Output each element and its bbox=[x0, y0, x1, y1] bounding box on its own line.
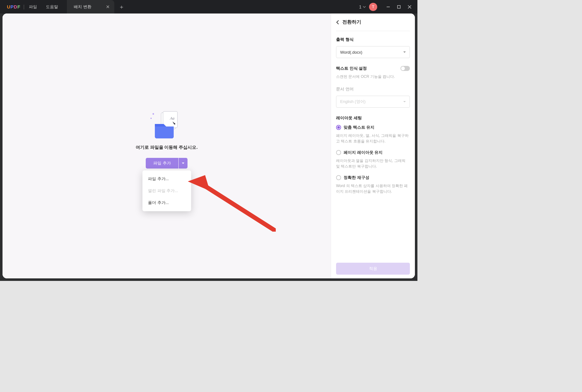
caret-down-icon bbox=[403, 51, 406, 53]
separator: | bbox=[23, 4, 24, 10]
count-value: 1 bbox=[359, 4, 362, 9]
side-title: 전환하기 bbox=[342, 19, 361, 25]
close-icon bbox=[408, 5, 411, 9]
dd-add-folder[interactable]: 폴더 추가... bbox=[142, 197, 191, 209]
radio-icon bbox=[336, 175, 341, 180]
radio-label: 정확한 재구성 bbox=[344, 175, 369, 180]
app-window: UPDF | 파일 도움말 배치 변환 ✕ ＋ 1 T bbox=[0, 0, 417, 281]
ocr-hint: 스캔된 문서에 OCR 기능을 켭니다. bbox=[336, 74, 410, 79]
doc-lang-label: 문서 언어 bbox=[336, 86, 410, 92]
logo-letter: F bbox=[17, 4, 20, 9]
radio-hint: Word 의 텍스트 상자를 사용하여 정확한 페이지 프리젠테이션을 복구합니… bbox=[336, 183, 410, 194]
dd-add-file[interactable]: 파일 추가... bbox=[142, 173, 191, 185]
logo-letter: U bbox=[7, 4, 10, 9]
titlebar: UPDF | 파일 도움말 배치 변환 ✕ ＋ 1 T bbox=[0, 0, 417, 13]
radio-keep-layout[interactable]: 페이지 레이아웃 유지 bbox=[336, 150, 410, 155]
apply-button[interactable]: 적용 bbox=[336, 263, 410, 275]
output-format-select[interactable]: Word(.docx) bbox=[336, 46, 410, 58]
svg-rect-1 bbox=[398, 5, 400, 8]
radio-hint: 페이지 레이아웃, 열, 서식, 그래픽을 복구하고 텍스트 흐름을 유지합니다… bbox=[336, 133, 410, 144]
close-button[interactable] bbox=[404, 2, 415, 12]
back-icon[interactable] bbox=[336, 20, 339, 24]
add-file-split-button[interactable]: 파일 추가 bbox=[146, 158, 188, 169]
maximize-icon bbox=[397, 5, 401, 9]
avatar[interactable]: T bbox=[369, 3, 377, 11]
doc-lang-select: English (영어) bbox=[336, 96, 410, 108]
chevron-down-icon bbox=[363, 5, 366, 8]
content-area: Aa 여기로 파일을 이동해 주십시오. 파일 추가 bbox=[0, 13, 417, 281]
svg-marker-6 bbox=[188, 175, 210, 191]
annotation-arrow-icon bbox=[188, 175, 276, 232]
new-tab-button[interactable]: ＋ bbox=[119, 3, 124, 11]
svg-text:Aa: Aa bbox=[170, 116, 175, 121]
logo-letter: P bbox=[10, 4, 14, 9]
minimize-button[interactable] bbox=[383, 2, 394, 12]
ocr-toggle[interactable] bbox=[400, 66, 410, 71]
inner-frame: Aa 여기로 파일을 이동해 주십시오. 파일 추가 bbox=[3, 13, 415, 278]
caret-down-icon bbox=[403, 100, 406, 103]
count-dropdown[interactable]: 1 bbox=[359, 4, 366, 9]
maximize-button[interactable] bbox=[394, 2, 404, 12]
side-header[interactable]: 전환하기 bbox=[336, 19, 410, 31]
dd-add-open-file: 열린 파일 추가... bbox=[142, 185, 191, 197]
add-file-caret[interactable] bbox=[179, 158, 188, 169]
output-format-value: Word(.docx) bbox=[340, 50, 362, 55]
menu-help[interactable]: 도움말 bbox=[46, 4, 58, 10]
svg-line-7 bbox=[205, 186, 274, 230]
minimize-icon bbox=[386, 5, 390, 9]
radio-label: 페이지 레이아웃 유지 bbox=[344, 150, 383, 155]
doc-lang-value: English (영어) bbox=[340, 99, 366, 105]
folder-illustration-icon: Aa bbox=[148, 111, 186, 139]
dropzone[interactable]: Aa 여기로 파일을 이동해 주십시오. 파일 추가 bbox=[136, 111, 198, 169]
logo-letter: D bbox=[14, 4, 17, 9]
add-file-button-label[interactable]: 파일 추가 bbox=[146, 158, 178, 169]
layout-label: 레이아웃 세팅 bbox=[336, 115, 410, 121]
output-format-label: 출력 형식 bbox=[336, 37, 410, 42]
tab-title: 배치 변환 bbox=[74, 4, 91, 10]
svg-point-5 bbox=[150, 118, 152, 119]
tab-batch-convert[interactable]: 배치 변환 ✕ bbox=[67, 0, 114, 13]
radio-exact[interactable]: 정확한 재구성 bbox=[336, 175, 410, 180]
menu-file[interactable]: 파일 bbox=[29, 4, 37, 10]
caret-down-icon bbox=[182, 162, 184, 164]
radio-label: 맞춤 텍스트 유지 bbox=[344, 125, 374, 130]
close-icon[interactable]: ✕ bbox=[106, 4, 110, 10]
radio-hint: 레이아웃과 열을 감지하지만 형식, 그래픽 및 텍스트만 복구합니다. bbox=[336, 158, 410, 169]
app-logo: UPDF bbox=[0, 4, 19, 9]
radio-icon bbox=[336, 125, 341, 130]
main-panel: Aa 여기로 파일을 이동해 주십시오. 파일 추가 bbox=[3, 13, 331, 278]
add-file-dropdown: 파일 추가... 열린 파일 추가... 폴더 추가... bbox=[142, 170, 191, 211]
side-panel: 전환하기 출력 형식 Word(.docx) 텍스트 인식 설정 스캔된 문서에… bbox=[331, 13, 415, 278]
radio-icon bbox=[336, 150, 341, 155]
dropzone-hint: 여기로 파일을 이동해 주십시오. bbox=[136, 145, 198, 150]
radio-keep-text[interactable]: 맞춤 텍스트 유지 bbox=[336, 125, 410, 130]
ocr-label: 텍스트 인식 설정 bbox=[336, 66, 367, 71]
